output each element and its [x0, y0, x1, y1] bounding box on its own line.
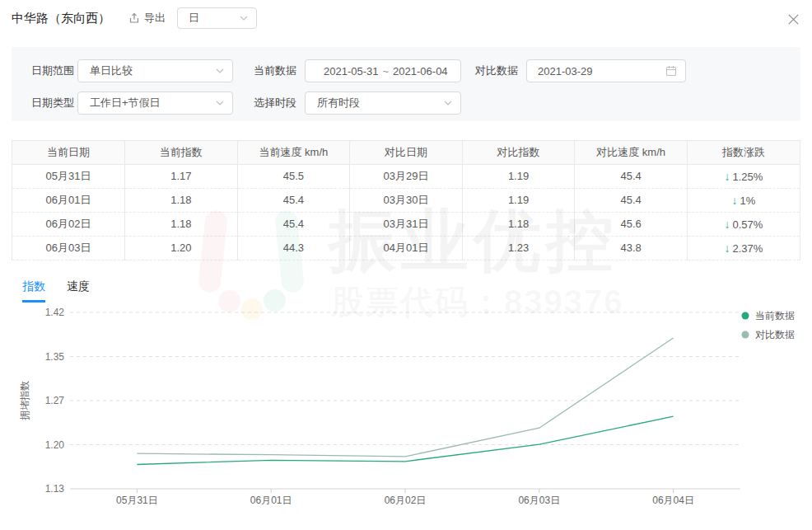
- table-cell: 03月29日: [350, 164, 463, 188]
- date-range-label: 日期范围: [31, 63, 74, 78]
- legend-label[interactable]: 当前数据: [755, 310, 795, 321]
- traffic-comparison-panel: 中华路（东向西） 导出 日 日期范围 单日比较 当前数据 2021-05-31 …: [0, 0, 812, 530]
- daterange-separator: ~: [383, 65, 390, 77]
- close-icon[interactable]: [786, 12, 800, 26]
- export-button[interactable]: 导出: [128, 11, 166, 26]
- table-cell: 45.4: [575, 188, 688, 212]
- filter-row-1: 日期范围 单日比较 当前数据 2021-05-31 ~ 2021-06-04 对…: [31, 59, 781, 82]
- daterange-start: 2021-05-31: [324, 65, 379, 77]
- y-tick-label: 1.13: [45, 483, 65, 495]
- index-change-cell: ↓1.25%: [687, 164, 800, 188]
- table-cell: 1.17: [125, 164, 238, 188]
- table-cell: 05月31日: [12, 164, 125, 188]
- y-tick-label: 1.27: [45, 395, 65, 406]
- table-row: 06月01日1.1845.403月30日1.1945.4↓1%: [12, 188, 800, 212]
- index-change-cell: ↓2.37%: [687, 236, 800, 260]
- export-label: 导出: [144, 11, 166, 26]
- table-cell: 1.18: [125, 188, 238, 212]
- column-header: 对比指数: [462, 141, 575, 164]
- x-tick-label: 06月03日: [518, 495, 560, 506]
- chevron-down-icon: [444, 101, 452, 106]
- export-icon: [128, 12, 140, 24]
- time-period-value: 所有时段: [317, 96, 360, 110]
- table-cell: 1.23: [462, 236, 575, 260]
- comparison-table: 当前日期当前指数当前速度 km/h对比日期对比指数对比速度 km/h指数涨跌 0…: [12, 140, 800, 260]
- time-period-label: 选择时段: [254, 96, 296, 110]
- table-cell: 03月31日: [350, 212, 463, 236]
- table-cell: 1.20: [125, 236, 238, 260]
- change-value: 1%: [740, 195, 756, 207]
- table-cell: 45.5: [237, 164, 350, 188]
- y-tick-label: 1.20: [45, 439, 65, 450]
- interval-value: 日: [189, 11, 199, 26]
- column-header: 对比日期: [350, 141, 463, 164]
- table-cell: 45.4: [237, 212, 350, 236]
- compare-data-label: 对比数据: [475, 63, 518, 78]
- filter-panel: 日期范围 单日比较 当前数据 2021-05-31 ~ 2021-06-04 对…: [12, 47, 800, 121]
- legend-label[interactable]: 对比数据: [755, 329, 795, 340]
- table-row: 06月02日1.1845.403月31日1.1845.6↓0.57%: [12, 212, 800, 236]
- date-type-value: 工作日+节假日: [90, 96, 161, 110]
- down-arrow-icon: ↓: [725, 218, 730, 231]
- table-cell: 44.3: [237, 236, 350, 260]
- chevron-down-icon: [240, 16, 248, 21]
- filter-row-2: 日期类型 工作日+节假日 选择时段 所有时段: [31, 91, 781, 115]
- table-cell: 06月02日: [12, 212, 125, 236]
- compare-date-value: 2021-03-29: [538, 65, 593, 77]
- column-header: 当前日期: [12, 141, 125, 164]
- index-change-cell: ↓1%: [687, 188, 800, 212]
- daterange-end: 2021-06-04: [393, 65, 448, 77]
- x-tick-label: 06月01日: [250, 495, 292, 506]
- index-change-cell: ↓0.57%: [687, 212, 800, 236]
- x-tick-label: 05月31日: [116, 495, 158, 506]
- interval-select[interactable]: 日: [177, 7, 257, 29]
- column-header: 对比速度 km/h: [575, 141, 688, 164]
- x-tick-label: 06月04日: [652, 495, 694, 506]
- table-cell: 45.4: [575, 164, 688, 188]
- table-cell: 06月01日: [12, 188, 125, 212]
- table-cell: 45.4: [237, 188, 350, 212]
- x-tick-label: 06月02日: [385, 495, 427, 506]
- series-对比数据: [137, 338, 673, 457]
- date-range-value: 单日比较: [90, 63, 133, 78]
- date-type-select[interactable]: 工作日+节假日: [77, 91, 233, 115]
- tab-speed[interactable]: 速度: [67, 278, 90, 303]
- date-range-select[interactable]: 单日比较: [77, 59, 233, 82]
- page-title: 中华路（东向西）: [12, 11, 110, 26]
- change-value: 1.25%: [733, 171, 763, 183]
- tab-index[interactable]: 指数: [22, 278, 45, 303]
- column-header: 指数涨跌: [687, 141, 800, 164]
- table-cell: 1.18: [125, 212, 238, 236]
- compare-data-datepicker[interactable]: 2021-03-29: [526, 59, 686, 82]
- table-cell: 06月03日: [12, 236, 125, 260]
- series-当前数据: [137, 416, 673, 464]
- down-arrow-icon: ↓: [725, 242, 730, 255]
- table-cell: 03月30日: [350, 188, 463, 212]
- chevron-down-icon: [216, 68, 224, 73]
- table-header-row: 当前日期当前指数当前速度 km/h对比日期对比指数对比速度 km/h指数涨跌: [12, 141, 800, 164]
- table-cell: 1.18: [462, 212, 575, 236]
- header: 中华路（东向西） 导出 日: [0, 0, 812, 36]
- current-data-daterange[interactable]: 2021-05-31 ~ 2021-06-04: [305, 59, 461, 82]
- table-cell: 45.6: [575, 212, 688, 236]
- table-cell: 04月01日: [350, 236, 463, 260]
- legend-dot[interactable]: [742, 312, 749, 319]
- down-arrow-icon: ↓: [732, 194, 738, 207]
- table-cell: 1.19: [462, 188, 575, 212]
- y-tick-label: 1.35: [45, 350, 65, 362]
- time-period-select[interactable]: 所有时段: [305, 91, 461, 115]
- table-cell: 43.8: [575, 236, 688, 260]
- table-cell: 1.19: [462, 164, 575, 188]
- table-row: 05月31日1.1745.503月29日1.1945.4↓1.25%: [12, 164, 800, 188]
- table-row: 06月03日1.2044.304月01日1.2343.8↓2.37%: [12, 236, 800, 260]
- y-tick-label: 1.42: [45, 307, 65, 318]
- change-value: 0.57%: [733, 218, 763, 231]
- column-header: 当前指数: [125, 141, 238, 164]
- change-value: 2.37%: [733, 242, 763, 255]
- calendar-icon: [665, 65, 677, 77]
- line-chart: 1.131.201.271.351.4205月31日06月01日06月02日06…: [0, 304, 812, 530]
- chevron-down-icon: [216, 101, 224, 106]
- legend-dot[interactable]: [742, 331, 749, 338]
- chart-tabs: 指数 速度: [22, 278, 800, 303]
- y-axis-title: 拥堵指数: [19, 381, 30, 420]
